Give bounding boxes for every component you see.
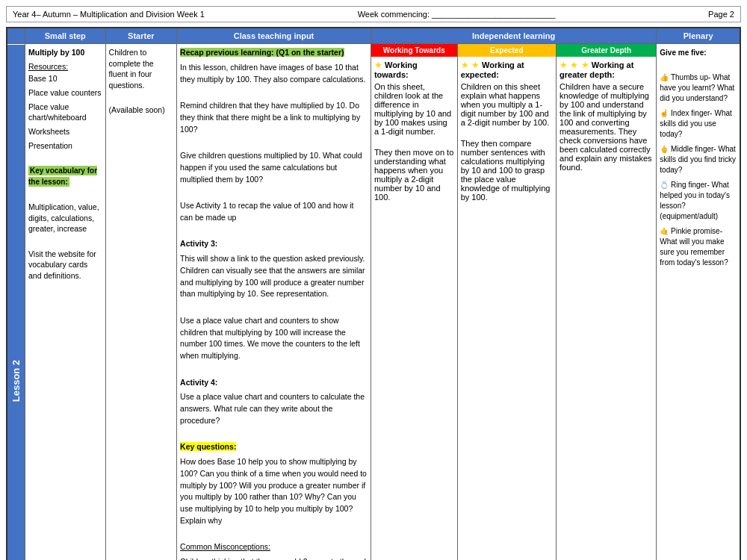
key-vocab-label: Key vocabulary for the lesson: [28,166,97,187]
page-wrapper: Year 4– Autumn – Multiplication and Divi… [0,0,747,560]
greater-depth-header: Greater Depth [557,44,656,57]
gd-text: Children have a secure knowledge of mult… [560,82,653,172]
plenary-item-2: ☝ Index finger- What skills did you use … [660,108,737,140]
working-towards-col: Working Towards ★ Working towards: On th… [371,44,457,561]
resource-worksheets: Worksheets [28,126,102,137]
plenary-item-3: 🖕 Middle finger- What skills did you fin… [660,144,737,175]
plenary-icon-4: 💍 [660,181,669,189]
resources-label: Resources: [28,61,102,72]
col-header-small-step: Small step [25,28,106,44]
resource-pvc: Place value counters [28,87,102,99]
class-para3: Use Activity 1 to recap the value of 100… [180,200,368,224]
col-header-plenary: Plenary [657,28,740,44]
plenary-icon-3: 🖕 [660,145,669,153]
small-step-cell: Multiply by 100 Resources: Base 10 Place… [25,44,106,561]
misconceptions-label: Common Misconceptions: [180,542,270,551]
gd-stars: ★ ★ ★ [560,60,589,70]
exp-text: Children on this sheet explain what happ… [461,82,553,127]
exp-text2: They then compare number sentences with … [461,139,553,202]
class-para2: Give children questions multiplied by 10… [180,150,368,185]
plenary-icon-1: 👍 [660,73,669,81]
greater-depth-content: ★ ★ ★ Working at greater depth: Children… [557,57,656,178]
plenary-icon-2: ☝ [660,109,669,117]
page-header: Year 4– Autumn – Multiplication and Divi… [6,6,741,22]
exp-stars: ★ ★ [461,60,480,70]
resource-pv-chart: Place value chart/whiteboard [28,102,102,123]
plenary-text-5: Pinkie promise- What will you make sure … [660,227,728,267]
greater-depth-col: Greater Depth ★ ★ ★ Working at greater d… [557,44,657,561]
resource-presentation: Presentation [28,140,102,152]
expected-header: Expected [458,44,556,57]
plenary-text-2: Index finger- What skills did you use to… [660,109,732,138]
header-page: Page 2 [708,10,734,19]
key-q-label: Key questions: [180,442,236,451]
website-text: Visit the website for vocabulary cards a… [28,249,102,281]
working-towards-header: Working Towards [371,44,457,57]
activity3-text: This will show a link to the question as… [180,253,368,300]
plenary-text-4: Ring finger- What helped you in today's … [660,181,730,220]
plenary-item-5: 🤙 Pinkie promise- What will you make sur… [660,226,737,268]
col-header-class-teaching: Class teaching input [177,28,371,44]
small-step-title: Multiply by 100 [28,47,102,58]
starter-line1: Children to complete the fluent in four … [109,47,174,91]
key-q-text: How does Base 10 help you to show multip… [180,456,368,527]
class-para4: Use a place value chart and counters to … [180,315,368,362]
activity4-text: Use a place value chart and counters to … [180,391,368,426]
starter-line2: (Available soon) [109,105,174,116]
plenary-intro: Give me five: [660,47,737,58]
plenary-icon-5: 🤙 [660,227,669,235]
working-towards-content: ★ Working towards: On this sheet, childr… [371,57,457,208]
activity4-label: Activity 4: [180,378,217,387]
plenary-item-1: 👍 Thumbs up- What have you learnt? What … [660,72,737,104]
main-table: Small step Starter Class teaching input … [6,27,741,560]
expected-col: Expected ★ ★ Working at expected: Childr… [457,44,556,561]
recap-text: In this lesson, children have images of … [180,62,368,86]
plenary-text-1: Thumbs up- What have you learnt? What di… [660,73,734,102]
col-header-independent: Independent learning [371,28,656,44]
misconceptions-text: Children thinking that they can add 2 ze… [180,556,368,560]
header-title: Year 4– Autumn – Multiplication and Divi… [13,10,205,19]
header-week: Week commencing: _______________________… [358,10,556,19]
activity3-label: Activity 3: [180,239,217,248]
wt-star: ★ [374,60,382,70]
plenary-cell: Give me five: 👍 Thumbs up- What have you… [657,44,740,561]
class-para1: Remind children that they have multiplie… [180,100,368,135]
class-teaching-cell: Recap previous learning: (Q1 on the star… [177,44,371,561]
resource-base10: Base 10 [28,73,102,84]
plenary-text-3: Middle finger- What skills did you find … [660,145,736,174]
wt-text2: They then move on to understanding what … [374,148,454,202]
lesson-label: Lesson 2 [7,44,25,561]
plenary-item-4: 💍 Ring finger- What helped you in today'… [660,180,737,222]
starter-cell: Children to complete the fluent in four … [105,44,177,561]
expected-content: ★ ★ Working at expected: Children on thi… [458,57,556,208]
key-vocab-items: Multiplication, value, digits, calculati… [28,202,102,234]
wt-text: On this sheet, children look at the diff… [374,82,454,136]
recap-label: Recap previous learning: (Q1 on the star… [180,48,344,57]
col-header-starter: Starter [105,28,177,44]
